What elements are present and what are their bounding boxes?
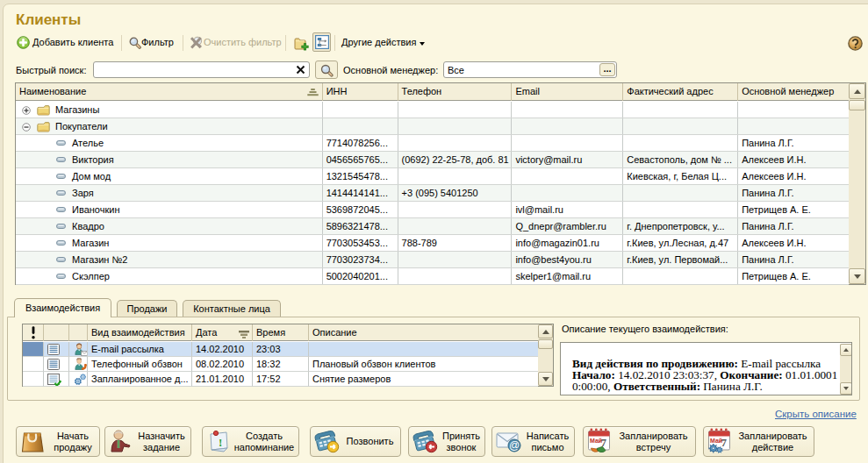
svg-text:!: ! bbox=[219, 436, 222, 449]
svg-text:7: 7 bbox=[721, 436, 728, 449]
svg-text:@: @ bbox=[509, 439, 520, 452]
